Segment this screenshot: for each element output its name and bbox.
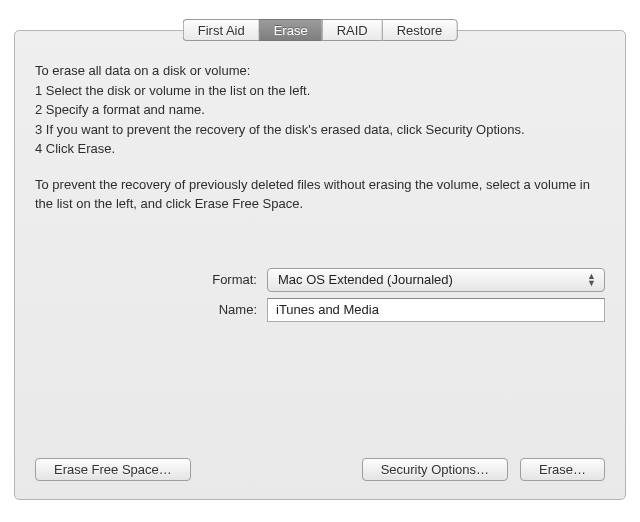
format-label: Format:	[35, 272, 267, 287]
tab-restore[interactable]: Restore	[382, 19, 458, 41]
erase-panel: To erase all data on a disk or volume: 1…	[14, 30, 626, 500]
tab-first-aid[interactable]: First Aid	[183, 19, 259, 41]
instructions-para2: To prevent the recovery of previously de…	[35, 175, 605, 214]
updown-arrows-icon: ▲▼	[587, 273, 596, 287]
button-row: Erase Free Space… Security Options… Eras…	[35, 458, 605, 481]
instructions-step3: 3 If you want to prevent the recovery of…	[35, 120, 605, 140]
name-input[interactable]	[267, 298, 605, 322]
format-value: Mac OS Extended (Journaled)	[278, 272, 453, 287]
name-label: Name:	[35, 302, 267, 317]
tab-erase[interactable]: Erase	[259, 19, 322, 41]
tab-raid[interactable]: RAID	[322, 19, 382, 41]
instructions-step1: 1 Select the disk or volume in the list …	[35, 81, 605, 101]
erase-button[interactable]: Erase…	[520, 458, 605, 481]
instructions-step4: 4 Click Erase.	[35, 139, 605, 159]
instructions-step2: 2 Specify a format and name.	[35, 100, 605, 120]
tab-bar: First Aid Erase RAID Restore	[183, 19, 458, 41]
format-row: Format: Mac OS Extended (Journaled) ▲▼	[35, 268, 605, 292]
name-row: Name:	[35, 298, 605, 322]
security-options-button[interactable]: Security Options…	[362, 458, 508, 481]
instructions-heading: To erase all data on a disk or volume:	[35, 61, 605, 81]
instructions: To erase all data on a disk or volume: 1…	[35, 61, 605, 214]
format-popup[interactable]: Mac OS Extended (Journaled) ▲▼	[267, 268, 605, 292]
erase-free-space-button[interactable]: Erase Free Space…	[35, 458, 191, 481]
